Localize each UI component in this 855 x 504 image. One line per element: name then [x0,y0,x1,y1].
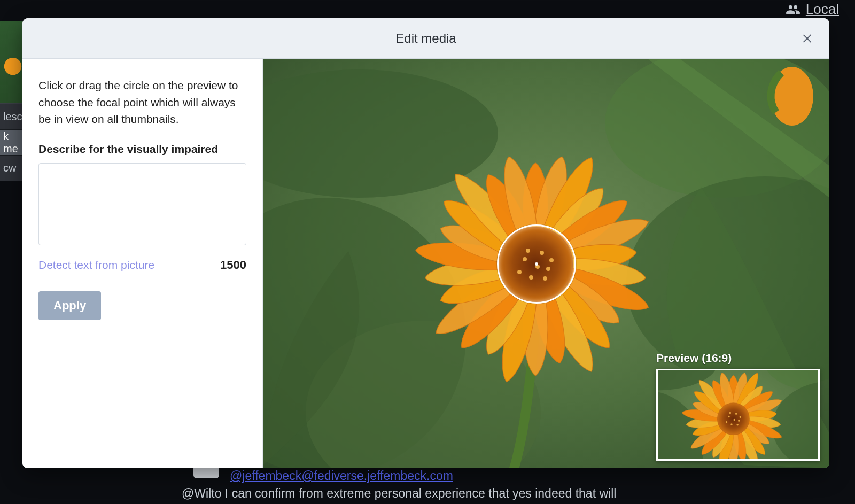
timeline-post-fragment: @jeffembeck@fediverse.jeffembeck.com @Wi… [182,469,844,501]
close-icon [802,32,814,45]
thumbnail-preview: Preview (16:9) [656,352,820,461]
media-preview-area[interactable]: Preview (16:9) [263,59,829,468]
sidebar-row: k me [0,130,26,156]
attached-media-thumbnail [0,21,26,104]
focal-point-center-dot [535,262,538,266]
focal-point-handle[interactable] [497,224,576,304]
sidebar-row: lescr [0,104,26,130]
preview-frame [656,369,820,461]
compose-sidebar-fragment: lescr k me cw [0,21,26,181]
description-input[interactable] [38,163,246,245]
timeline-scope-local[interactable]: Local [786,0,839,18]
user-handle[interactable]: @jeffembeck@fediverse.jeffembeck.com [230,469,453,483]
modal-title: Edit media [395,31,456,46]
character-count: 1500 [220,258,246,272]
description-label: Describe for the visually impaired [38,143,246,156]
detect-text-link[interactable]: Detect text from picture [38,259,154,272]
media-edit-form: Click or drag the circle on the preview … [22,59,263,468]
edit-media-modal: Edit media Click or drag the circle on t… [22,18,829,468]
modal-header: Edit media [22,18,829,59]
local-link[interactable]: Local [806,1,839,18]
apply-button[interactable]: Apply [38,291,101,320]
users-icon [786,2,800,17]
post-body-fragment: @Wilto I can confirm from extreme person… [182,486,844,501]
focal-point-instructions: Click or drag the circle on the preview … [38,77,246,128]
preview-label: Preview (16:9) [656,352,820,365]
preview-image [658,370,818,459]
sidebar-row: cw [0,156,26,181]
close-button[interactable] [798,29,818,48]
